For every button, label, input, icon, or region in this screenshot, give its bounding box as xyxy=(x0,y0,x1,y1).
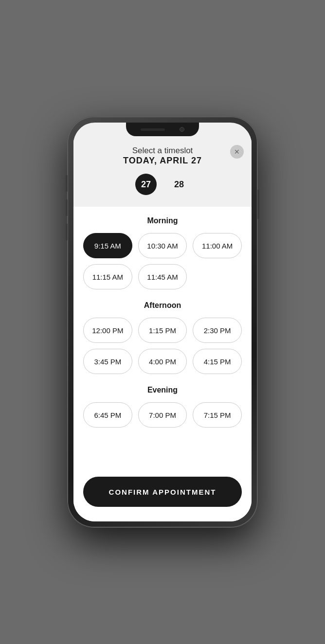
afternoon-group: Afternoon 12:00 PM 1:15 PM 2:30 PM 3:45 … xyxy=(83,301,242,374)
screen-content: Select a timeslot ✕ TODAY, APRIL 27 27 2… xyxy=(73,136,252,521)
time-slot-1030am[interactable]: 10:30 AM xyxy=(138,233,187,258)
time-slot-715pm[interactable]: 7:15 PM xyxy=(193,402,242,428)
confirm-appointment-button[interactable]: CONFIRM APPOINTMENT xyxy=(83,477,242,507)
phone-screen: Select a timeslot ✕ TODAY, APRIL 27 27 2… xyxy=(73,123,252,521)
time-slot-915am[interactable]: 9:15 AM xyxy=(83,233,132,258)
notch-speaker xyxy=(141,128,165,131)
time-slot-400pm[interactable]: 4:00 PM xyxy=(138,349,187,374)
time-slot-1100am[interactable]: 11:00 AM xyxy=(193,233,242,258)
date-28-button[interactable]: 28 xyxy=(168,174,190,195)
time-slot-645pm[interactable]: 6:45 PM xyxy=(83,402,132,428)
modal-title: Select a timeslot xyxy=(132,146,193,155)
time-slot-1200pm[interactable]: 12:00 PM xyxy=(83,318,132,343)
phone-frame: Select a timeslot ✕ TODAY, APRIL 27 27 2… xyxy=(0,0,325,644)
time-slot-115pm[interactable]: 1:15 PM xyxy=(138,318,187,343)
morning-grid: 9:15 AM 10:30 AM 11:00 AM 11:15 AM 11:45… xyxy=(83,233,242,289)
timeslot-section: Morning 9:15 AM 10:30 AM 11:00 AM 11:15 … xyxy=(73,207,252,521)
header-section: Select a timeslot ✕ TODAY, APRIL 27 27 2… xyxy=(73,136,252,207)
evening-group: Evening 6:45 PM 7:00 PM 7:15 PM xyxy=(83,386,242,428)
notch-camera xyxy=(180,127,184,132)
evening-label: Evening xyxy=(83,386,242,394)
time-slot-345pm[interactable]: 3:45 PM xyxy=(83,349,132,374)
close-button[interactable]: ✕ xyxy=(230,145,244,159)
notch xyxy=(126,123,199,136)
close-icon: ✕ xyxy=(234,148,240,156)
time-slot-230pm[interactable]: 2:30 PM xyxy=(193,318,242,343)
date-heading: TODAY, APRIL 27 xyxy=(83,156,242,166)
afternoon-grid: 12:00 PM 1:15 PM 2:30 PM 3:45 PM 4:00 PM… xyxy=(83,318,242,374)
confirm-section: CONFIRM APPOINTMENT xyxy=(83,477,242,507)
date-27-button[interactable]: 27 xyxy=(135,174,157,195)
time-slot-700pm[interactable]: 7:00 PM xyxy=(138,402,187,428)
time-slot-1145am[interactable]: 11:45 AM xyxy=(138,264,187,289)
phone-outer: Select a timeslot ✕ TODAY, APRIL 27 27 2… xyxy=(68,117,257,527)
time-slot-415pm[interactable]: 4:15 PM xyxy=(193,349,242,374)
evening-grid: 6:45 PM 7:00 PM 7:15 PM xyxy=(83,402,242,428)
time-slot-1115am[interactable]: 11:15 AM xyxy=(83,264,132,289)
morning-group: Morning 9:15 AM 10:30 AM 11:00 AM 11:15 … xyxy=(83,216,242,289)
date-selector: 27 28 xyxy=(83,174,242,199)
morning-label: Morning xyxy=(83,216,242,225)
afternoon-label: Afternoon xyxy=(83,301,242,310)
